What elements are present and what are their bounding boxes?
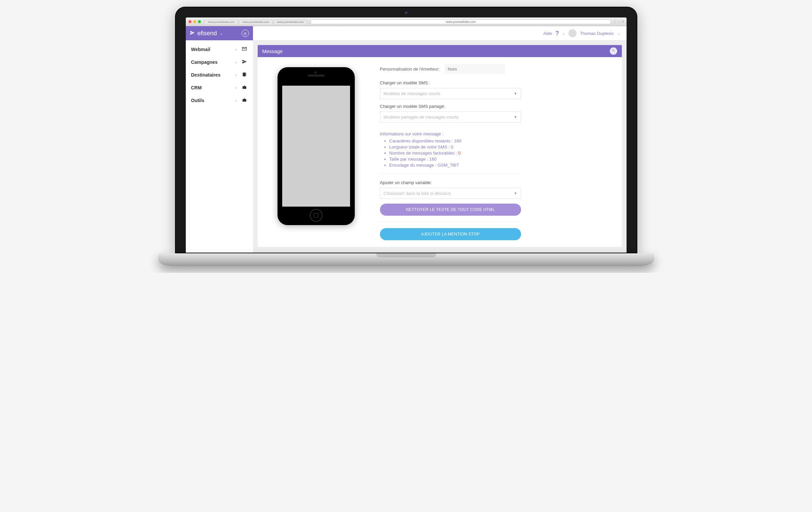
select-placeholder: Modèles de messages courts <box>384 91 440 96</box>
clean-html-button[interactable]: NETTOYER LE TEXTE DE TOUT CODE HTML <box>380 204 521 216</box>
svg-rect-0 <box>243 73 246 76</box>
laptop-mockup: www.yourwebsite.com www.yourwebsite.com … <box>175 7 637 266</box>
info-value: 0 <box>458 150 461 155</box>
sidebar-item-destinataires[interactable]: Destinataires ‹ <box>186 68 253 81</box>
main: Aide ? ⌄ Thomas Duplesis ⌄ Message ^ <box>253 26 627 253</box>
panel-header: Message ^ <box>258 45 622 57</box>
target-icon[interactable]: ◎ <box>241 30 249 37</box>
add-icon[interactable]: + <box>618 20 619 24</box>
caret-down-icon: ▼ <box>514 115 517 119</box>
tabs-icon[interactable]: ⧉ <box>622 20 624 24</box>
nav: Webmail ‹ Campagnes ‹ <box>186 40 253 110</box>
chevron-left-icon: ‹ <box>235 98 237 103</box>
browser-tab[interactable]: www.yourwebsite.com <box>239 20 273 24</box>
address-bar[interactable]: www.yourwebsite.com <box>311 20 611 24</box>
info-length: Longueur totale de votre SMS : 0 <box>389 144 614 149</box>
svg-rect-3 <box>246 75 246 76</box>
add-variable-label: Ajouter un champ variable: <box>380 180 614 185</box>
sender-label: Personnalisation de l'émetteur: <box>380 66 440 72</box>
sidebar-item-outils[interactable]: Outils ‹ <box>186 94 253 107</box>
variable-select[interactable]: Choisissez dans la liste ci-dessous ▼ <box>380 188 521 199</box>
divider <box>380 222 521 222</box>
collapse-button[interactable]: ^ <box>610 47 617 55</box>
info-value: 0 <box>451 144 453 149</box>
phone-preview-column <box>266 64 367 240</box>
select-placeholder: Choisissez dans la liste ci-dessous <box>384 191 451 196</box>
contacts-icon <box>241 72 248 78</box>
avatar[interactable] <box>569 29 577 37</box>
svg-rect-1 <box>246 73 246 74</box>
info-label: Longueur totale de votre SMS : <box>389 144 450 149</box>
topbar: Aide ? ⌄ Thomas Duplesis ⌄ <box>253 26 627 40</box>
info-billable: Nombre de messages facturables : 0 <box>389 150 614 155</box>
info-label: Caractères disponibles restants : <box>389 138 453 143</box>
phone-mockup <box>278 67 355 225</box>
toolbox-icon <box>241 97 248 104</box>
sidebar-item-label: Destinataires <box>191 72 235 78</box>
sidebar-item-label: Webmail <box>191 47 235 52</box>
app: efisend ⌄ ◎ Webmail ‹ <box>186 26 627 253</box>
info-size: Taille par message : 160 <box>389 157 614 162</box>
info-label: Encodage du message : <box>389 163 436 168</box>
sidebar-item-campagnes[interactable]: Campagnes ‹ <box>186 56 253 68</box>
caret-down-icon: ▼ <box>514 192 517 195</box>
sender-input[interactable] <box>444 64 505 74</box>
select-placeholder: Modèles partagés de messages courts <box>384 115 459 120</box>
info-label: Taille par message : <box>389 157 428 162</box>
sidebar-item-label: Outils <box>191 98 235 103</box>
info-value: 160 <box>429 157 437 162</box>
caret-down-icon: ▼ <box>514 92 517 95</box>
chevron-left-icon: ‹ <box>235 47 237 51</box>
svg-rect-5 <box>244 86 245 86</box>
sidebar: efisend ⌄ ◎ Webmail ‹ <box>186 26 253 253</box>
model-select[interactable]: Modèles de messages courts ▼ <box>380 88 521 99</box>
maximize-window-icon[interactable] <box>198 20 201 23</box>
chevron-down-icon[interactable]: ⌄ <box>220 31 223 36</box>
svg-rect-7 <box>244 98 245 99</box>
sidebar-item-webmail[interactable]: Webmail ‹ <box>186 43 253 56</box>
chevron-left-icon: ‹ <box>235 86 237 90</box>
sidebar-item-crm[interactable]: CRM ‹ <box>186 81 253 94</box>
chevron-left-icon: ‹ <box>235 73 237 77</box>
sidebar-item-label: Campagnes <box>191 59 235 65</box>
phone-screen <box>282 86 350 207</box>
info-label: Nombre de messages facturables : <box>389 150 457 155</box>
svg-rect-6 <box>242 99 246 102</box>
browser-tabs: www.yourwebsite.com www.yourwebsite.com … <box>204 20 308 24</box>
browser-tab[interactable]: www.yourwebsite.com <box>204 20 238 24</box>
send-icon <box>241 59 248 65</box>
svg-rect-2 <box>246 74 246 75</box>
chevron-down-icon[interactable]: ⌄ <box>617 32 620 35</box>
share-icon[interactable]: ⤴ <box>614 20 616 24</box>
chevron-down-icon[interactable]: ⌄ <box>562 32 565 35</box>
message-info: Informations sur votre message : Caractè… <box>380 131 614 168</box>
laptop-base <box>158 253 654 266</box>
browser-tab[interactable]: www.yourwebsite.com <box>273 20 308 24</box>
user-name[interactable]: Thomas Duplesis <box>580 31 613 36</box>
help-link[interactable]: Aide <box>543 31 552 36</box>
browser-actions: ⤴ + ⧉ <box>614 20 624 24</box>
shared-model-select[interactable]: Modèles partagés de messages courts ▼ <box>380 112 521 123</box>
close-window-icon[interactable] <box>188 20 192 23</box>
minimize-window-icon[interactable] <box>193 20 196 23</box>
send-icon <box>190 30 195 37</box>
browser-chrome: www.yourwebsite.com www.yourwebsite.com … <box>186 18 627 26</box>
mail-icon <box>241 46 248 52</box>
form-column: Personnalisation de l'émetteur: Charger … <box>380 64 614 240</box>
load-shared-label: Charger un modèle SMS partagé: <box>380 104 614 109</box>
add-stop-button[interactable]: AJOUTER LA MENTION STOP <box>380 228 521 240</box>
briefcase-icon <box>241 85 248 91</box>
panel-title: Message <box>262 48 283 54</box>
info-chars: Caractères disponibles restants : 160 <box>389 138 614 143</box>
info-heading: Informations sur votre message : <box>380 131 614 136</box>
sidebar-item-label: CRM <box>191 85 235 90</box>
load-model-label: Charger un modèle SMS : <box>380 80 614 85</box>
help-icon[interactable]: ? <box>555 30 559 37</box>
panel-body: Personnalisation de l'émetteur: Charger … <box>258 57 622 247</box>
brand-name: efisend <box>198 30 217 37</box>
home-button-icon <box>310 209 322 222</box>
info-encoding: Encodage du message : GSM_7BIT <box>389 163 614 168</box>
svg-rect-4 <box>242 86 246 89</box>
divider <box>380 174 521 174</box>
brand-bar: efisend ⌄ ◎ <box>186 26 253 40</box>
